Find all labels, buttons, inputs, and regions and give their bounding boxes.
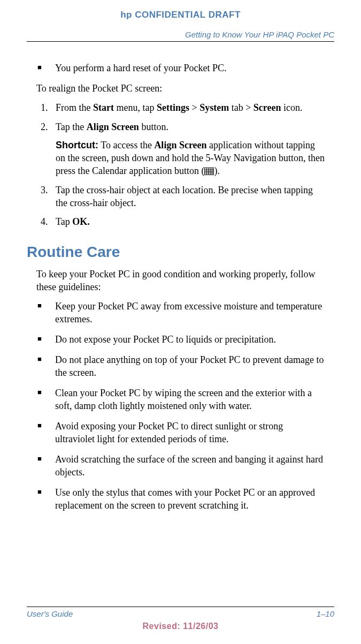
list-item: Avoid exposing your Pocket PC to direct … [52,420,325,446]
bold-text: Start [93,102,114,113]
bold-text: Align Screen [154,140,206,150]
step-text: icon. [281,102,302,113]
step-text: To access the [98,140,154,150]
footer-revised: Revised: 11/26/03 [27,622,334,631]
list-item: Do not expose your Pocket PC to liquids … [52,334,325,346]
step-text: ). [214,165,220,176]
routine-intro: To keep your Pocket PC in good condition… [36,268,325,294]
bold-text: System [199,102,229,113]
step-text: menu, tap [114,102,157,113]
bold-text: Settings [157,102,189,113]
step-text: Tap the cross-hair object at each locati… [56,185,313,208]
list-item: Do not place anything on top of your Poc… [52,354,325,380]
step-text: button. [139,122,168,132]
step-4: 4. Tap OK. [52,216,325,229]
doc-title: Getting to Know Your HP iPAQ Pocket PC [27,20,334,42]
top-bullet-list: You perform a hard reset of your Pocket … [36,62,325,75]
realign-intro: To realign the Pocket PC screen: [36,82,325,95]
footer-line: User's Guide 1–10 [27,607,334,618]
step-text: tab > [229,102,254,113]
footer-guide: User's Guide [27,609,73,618]
step-3: 3. Tap the cross-hair object at each loc… [52,184,325,210]
routine-bullet-list: Keep your Pocket PC away from excessive … [36,300,325,512]
step-text: Tap [56,216,72,227]
routine-care-heading: Routine Care [27,244,325,261]
calendar-icon [204,168,214,175]
step-number: 2. [41,121,48,134]
list-item: Use only the stylus that comes with your… [52,487,325,512]
page-content: You perform a hard reset of your Pocket … [27,62,334,512]
bold-text: Screen [254,102,281,113]
step-text: From the [56,102,93,113]
shortcut-block: Shortcut: To access the Align Screen app… [56,139,325,178]
step-text: > [189,102,199,113]
page-footer: User's Guide 1–10 Revised: 11/26/03 [27,607,334,631]
step-number: 1. [41,102,48,115]
step-1: 1. From the Start menu, tap Settings > S… [52,102,325,115]
step-2: 2. Tap the Align Screen button. Shortcut… [52,121,325,178]
list-item: Clean your Pocket PC by wiping the scree… [52,387,325,413]
step-number: 4. [41,216,48,229]
footer-page: 1–10 [317,609,334,618]
list-item: Avoid scratching the surface of the scre… [52,453,325,479]
bold-text: OK. [72,216,90,227]
list-item: Keep your Pocket PC away from excessive … [52,300,325,326]
step-number: 3. [41,184,48,197]
shortcut-label: Shortcut: [56,140,98,150]
confidential-header: hp CONFIDENTIAL DRAFT [27,0,334,20]
bold-text: Align Screen [87,122,139,132]
list-item: You perform a hard reset of your Pocket … [52,62,325,75]
steps-list: 1. From the Start menu, tap Settings > S… [36,102,325,229]
step-text: Tap the [56,122,87,132]
